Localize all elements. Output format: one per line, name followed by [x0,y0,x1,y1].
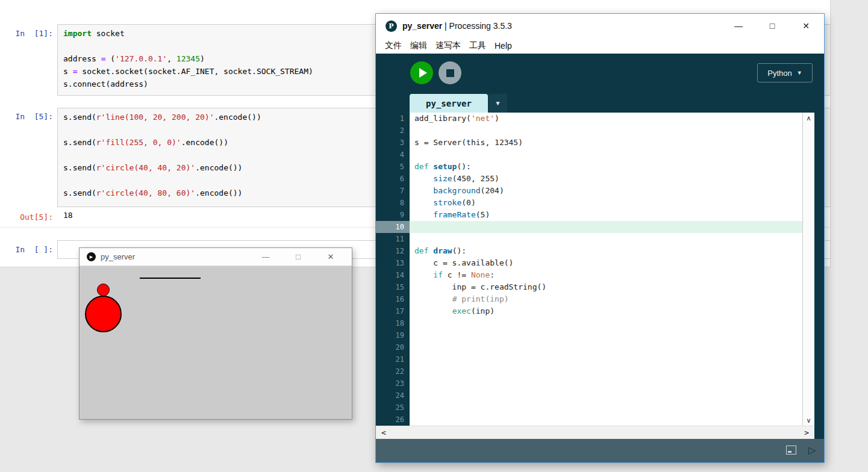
line-number: 26 [376,414,410,426]
play-icon [419,68,427,78]
ide-titlebar[interactable]: P py_server | Processing 3.5.3 — □ ✕ [376,14,824,38]
sketch-window: ▶ py_server — □ ✕ [79,247,352,420]
menu-tools[interactable]: 工具 [465,40,490,51]
scroll-up-icon[interactable]: ∧ [806,113,811,123]
line-number: 8 [376,197,410,209]
ide-title-sketch-name: py_server [402,21,442,31]
tab-dropdown-button[interactable]: ▼ [489,94,507,113]
menu-sketch[interactable]: 速写本 [431,40,465,51]
stop-icon [446,69,454,77]
run-button[interactable] [410,61,433,84]
code-line: def draw(): [410,245,802,257]
tab-py-server[interactable]: py_server [410,94,488,113]
ide-window-title: py_server | Processing 3.5.3 [402,21,734,31]
line-number: 2 [376,125,410,137]
cell-2-output-prompt: Out[5]: [0,211,53,223]
line-number: 1 [376,113,410,125]
code-line [410,353,802,365]
ide-minimize-button[interactable]: — [734,21,743,31]
editor-gutter: 1234567891011121314151617181920212223242… [376,113,410,426]
code-line: s = Server(this, 12345) [410,137,802,149]
mode-label: Python [767,69,792,78]
processing-ide-window: P py_server | Processing 3.5.3 — □ ✕ 文件 … [375,13,825,463]
console-run-icon[interactable]: ▷ [808,444,816,457]
code-line [410,390,802,402]
line-number: 24 [376,390,410,402]
line-number: 18 [376,317,410,329]
code-line: # print(inp) [410,293,802,305]
line-number: 20 [376,341,410,353]
code-line [410,329,802,341]
code-line [410,414,802,426]
code-line: c = s.available() [410,257,802,269]
sketch-window-title: py_server [101,252,261,261]
mode-selector-button[interactable]: Python ▼ [757,63,813,82]
sketch-drawn-circle-large [85,296,122,332]
code-line: stroke(0) [410,197,802,209]
menu-edit[interactable]: 编辑 [406,40,431,51]
console-area: ▷ [376,439,824,462]
editor-code-area[interactable]: add_library('net') s = Server(this, 1234… [410,113,802,426]
line-number: 7 [376,185,410,197]
line-number: 3 [376,137,410,149]
code-line: if c != None: [410,269,802,281]
sketch-run-icon: ▶ [87,252,96,261]
desktop: In [1]: import socket address = ('127.0.… [0,0,868,472]
ide-title-app-version: | Processing 3.5.3 [445,21,512,31]
sketch-titlebar[interactable]: ▶ py_server — □ ✕ [80,248,352,266]
cell-3-prompt: In [ ]: [0,243,53,256]
code-line: size(450, 255) [410,173,802,185]
code-line [410,125,802,137]
ide-close-button[interactable]: ✕ [801,21,811,31]
menu-help[interactable]: Help [490,41,516,51]
code-line [410,365,802,377]
line-number: 9 [376,209,410,221]
code-editor: 1234567891011121314151617181920212223242… [376,113,824,426]
code-line [410,221,802,233]
line-number: 5 [376,161,410,173]
code-line [410,149,802,161]
code-line [410,377,802,390]
line-number: 11 [376,233,410,245]
sketch-canvas [80,266,352,419]
stop-button[interactable] [439,61,461,84]
sketch-drawn-circle-small [97,284,110,296]
ide-menubar: 文件 编辑 速写本 工具 Help [376,38,824,54]
processing-logo-icon: P [386,20,397,32]
cell-2-output-value: 18 [63,211,73,220]
line-number: 17 [376,305,410,317]
line-number: 19 [376,329,410,341]
code-line: frameRate(5) [410,209,802,221]
cell-1-prompt: In [1]: [0,27,53,40]
line-number: 22 [376,365,410,377]
scroll-left-icon[interactable]: < [381,428,386,437]
editor-hscroll-row: < > [376,426,824,439]
code-line: inp = c.readString() [410,281,802,293]
editor-right-margin [814,113,824,426]
sketch-maximize-button[interactable]: □ [294,252,302,261]
code-line: exec(inp) [410,305,802,317]
line-number: 13 [376,257,410,269]
scroll-right-icon[interactable]: > [804,428,809,437]
editor-vertical-scrollbar[interactable]: ∧ ∨ [802,113,814,426]
console-toggle-icon[interactable] [786,446,796,455]
chevron-down-icon: ▼ [797,70,802,76]
sketch-close-button[interactable]: ✕ [326,252,335,261]
code-line [410,233,802,245]
ide-toolbar: Python ▼ [376,54,824,92]
sketch-minimize-button[interactable]: — [261,252,270,261]
line-number: 14 [376,269,410,281]
line-number: 21 [376,353,410,365]
line-number: 23 [376,377,410,390]
editor-horizontal-scrollbar[interactable]: < > [376,426,814,439]
code-line: def setup(): [410,161,802,173]
sketch-drawn-line [140,278,201,279]
line-number: 15 [376,281,410,293]
ide-maximize-button[interactable]: □ [767,21,777,31]
cell-2-prompt: In [5]: [0,110,53,123]
code-line: background(204) [410,185,802,197]
line-number: 10 [376,221,410,233]
menu-file[interactable]: 文件 [381,40,406,51]
scroll-down-icon[interactable]: ∨ [806,415,811,426]
ide-tabbar: py_server ▼ [376,92,824,113]
